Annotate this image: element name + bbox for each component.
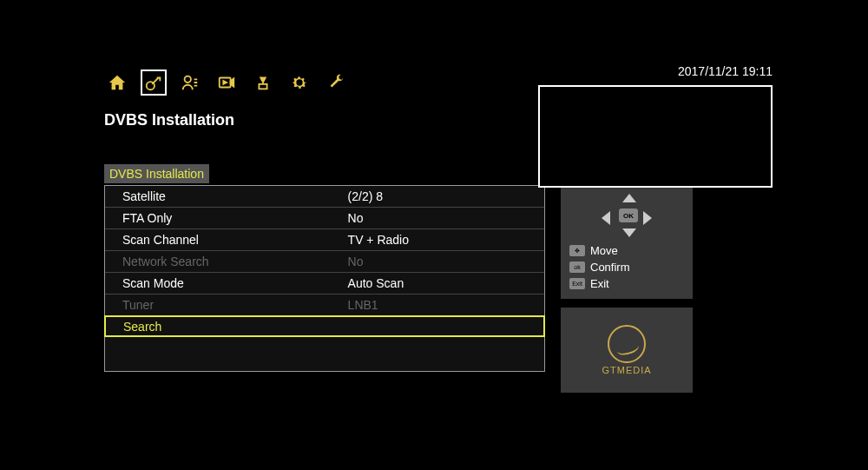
menu-row-value: LNB1	[348, 298, 532, 312]
hint-exit-label: Exit	[590, 277, 609, 290]
settings-menu: Satellite(2/2) 8FTA OnlyNoScan ChannelTV…	[104, 185, 545, 372]
move-key-icon: ✥	[569, 245, 585, 256]
menu-row-value: No	[348, 255, 532, 268]
hint-move: ✥ Move	[569, 244, 684, 257]
hint-move-label: Move	[590, 244, 618, 257]
menu-row-satellite[interactable]: Satellite(2/2) 8	[105, 186, 544, 208]
menu-row-fta-only[interactable]: FTA OnlyNo	[105, 208, 544, 229]
brand-logo-panel: GTMEDIA	[561, 308, 693, 393]
svg-point-1	[185, 76, 191, 83]
menu-row-value: Auto Scan	[348, 276, 532, 290]
media-icon[interactable]	[214, 70, 240, 96]
wrench-icon[interactable]	[323, 70, 349, 96]
menu-row-value: TV + Radio	[348, 233, 532, 247]
menu-row-label: Satellite	[122, 189, 348, 203]
user-icon[interactable]	[177, 70, 203, 96]
hint-confirm-label: Confirm	[590, 261, 630, 274]
menu-row-label: Tuner	[122, 298, 348, 312]
menu-row-scan-mode[interactable]: Scan ModeAuto Scan	[105, 273, 544, 295]
menu-row-label: FTA Only	[122, 211, 348, 225]
svg-point-4	[298, 81, 301, 84]
network-icon[interactable]	[250, 70, 276, 96]
brand-logo-icon	[608, 325, 646, 363]
hint-exit: Exit Exit	[569, 277, 684, 290]
tab-dvbs-installation[interactable]: DVBS Installation	[104, 164, 209, 183]
hint-confirm: ok Confirm	[569, 261, 684, 274]
menu-row-label: Scan Mode	[122, 276, 348, 290]
datetime-label: 2017/11/21 19:11	[678, 64, 773, 78]
menu-row-network-search: Network SearchNo	[105, 251, 544, 273]
gear-icon[interactable]	[286, 70, 312, 96]
menu-row-value: No	[348, 211, 532, 225]
menu-row-value: (2/2) 8	[348, 189, 532, 203]
confirm-key-icon: ok	[569, 261, 585, 273]
home-icon[interactable]	[104, 70, 130, 96]
menu-row-label: Scan Channel	[122, 233, 348, 247]
dpad-icon: OK	[596, 194, 657, 237]
arrow-right-icon	[643, 211, 652, 225]
satellite-icon[interactable]	[141, 70, 167, 96]
menu-row-label: Network Search	[122, 255, 348, 268]
ok-button-icon: OK	[619, 209, 638, 222]
preview-window	[538, 85, 773, 188]
nav-hint-panel: OK ✥ Move ok Confirm Exit Exit	[561, 185, 693, 299]
exit-key-icon: Exit	[569, 278, 585, 289]
svg-rect-3	[259, 84, 266, 89]
arrow-up-icon	[622, 194, 636, 202]
brand-name: GTMEDIA	[602, 365, 651, 375]
menu-row-search[interactable]: Search	[104, 315, 545, 337]
menu-row-tuner: TunerLNB1	[105, 295, 544, 316]
menu-row-label: Search	[123, 320, 348, 334]
menu-row-scan-channel[interactable]: Scan ChannelTV + Radio	[105, 229, 544, 251]
arrow-left-icon	[602, 211, 610, 225]
arrow-down-icon	[622, 228, 636, 237]
